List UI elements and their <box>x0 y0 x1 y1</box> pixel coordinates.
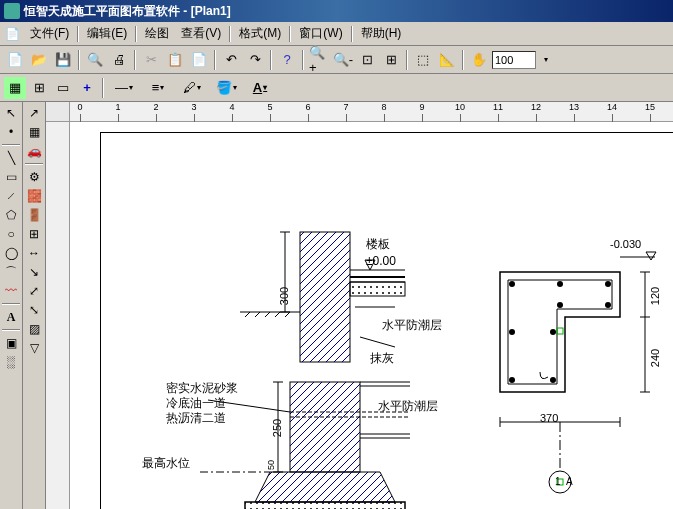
label-hot: 热沥清二道 <box>166 410 226 427</box>
text-tool[interactable]: A <box>1 308 21 326</box>
toolbar-separator <box>78 50 80 70</box>
polyline-tool[interactable]: ⟋ <box>1 187 21 205</box>
preview-button[interactable]: 🔍 <box>84 49 106 71</box>
new-button[interactable]: 📄 <box>4 49 26 71</box>
line-tool[interactable]: ╲ <box>1 149 21 167</box>
menu-view[interactable]: 查看(V) <box>175 23 227 44</box>
svg-point-33 <box>605 281 611 287</box>
leader-tool[interactable]: ↘ <box>24 263 44 281</box>
svg-line-13 <box>285 312 290 317</box>
svg-point-32 <box>557 281 563 287</box>
ortho-button[interactable]: ▭ <box>52 77 74 99</box>
door-tool[interactable]: 🚪 <box>24 206 44 224</box>
paste-button[interactable]: 📄 <box>188 49 210 71</box>
add-button[interactable]: + <box>76 77 98 99</box>
zoom-extents-button[interactable]: ⊞ <box>380 49 402 71</box>
menu-help[interactable]: 帮助(H) <box>355 23 408 44</box>
svg-point-34 <box>605 302 611 308</box>
bubble-a: A <box>566 476 573 487</box>
pattern-tool[interactable]: ▦ <box>24 123 44 141</box>
area-tool[interactable]: ▨ <box>24 320 44 338</box>
label-hdamp2: 水平防潮层 <box>378 398 438 415</box>
scale-tool[interactable]: ⤡ <box>24 301 44 319</box>
window-tool[interactable]: ⊞ <box>24 225 44 243</box>
print-button[interactable]: 🖨 <box>108 49 130 71</box>
svg-rect-2 <box>300 232 350 362</box>
rect-tool[interactable]: ▭ <box>1 168 21 186</box>
dim-neg030: -0.030 <box>610 238 641 250</box>
line-style-dropdown[interactable]: — <box>108 77 140 99</box>
menu-edit[interactable]: 编辑(E) <box>81 23 133 44</box>
drawing-canvas[interactable]: 楼板 ±0.00 水平防潮层 抹灰 密实水泥砂浆 冷底油一道 热沥清二道 水平防… <box>70 122 673 509</box>
ruler-horizontal: 0123456789101112131415 <box>70 102 673 122</box>
snap-button[interactable]: ⊞ <box>28 77 50 99</box>
undo-button[interactable]: ↶ <box>220 49 242 71</box>
svg-point-38 <box>509 377 515 383</box>
svg-point-37 <box>550 329 556 335</box>
object-toolbar: ↗ ▦ 🚗 ⚙ 🧱 🚪 ⊞ ↔ ↘ ⤢ ⤡ ▨ ▽ <box>23 102 46 509</box>
save-button[interactable]: 💾 <box>52 49 74 71</box>
dimension-tool[interactable]: ↔ <box>24 244 44 262</box>
standard-toolbar: 📄 📂 💾 🔍 🖨 ✂ 📋 📄 ↶ ↷ ? 🔍+ 🔍- ⊡ ⊞ ⬚ 📐 ✋ <box>0 46 673 74</box>
curve-tool[interactable]: 〰 <box>1 282 21 300</box>
line-weight-dropdown[interactable]: ≡ <box>142 77 174 99</box>
vehicle-tool[interactable]: 🚗 <box>24 142 44 160</box>
menu-format[interactable]: 格式(M) <box>233 23 287 44</box>
hatch-tool[interactable]: ░ <box>1 353 21 371</box>
region-tool-button[interactable]: ⬚ <box>412 49 434 71</box>
zoom-in-button[interactable]: 🔍+ <box>308 49 330 71</box>
toolbar-separator <box>2 144 20 146</box>
text-color-dropdown[interactable]: A <box>244 77 276 99</box>
svg-point-39 <box>550 377 556 383</box>
point-tool[interactable]: • <box>1 123 21 141</box>
menu-bar: 📄 文件(F) 编辑(E) 绘图 查看(V) 格式(M) 窗口(W) 帮助(H) <box>0 22 673 46</box>
insert-block-tool[interactable]: ▣ <box>1 334 21 352</box>
ellipse-tool[interactable]: ○ <box>1 225 21 243</box>
menu-separator <box>289 26 291 42</box>
toolbar-separator <box>134 50 136 70</box>
select-similar-tool[interactable]: ↗ <box>24 104 44 122</box>
cut-button[interactable]: ✂ <box>140 49 162 71</box>
label-plaster: 抹灰 <box>370 350 394 367</box>
open-button[interactable]: 📂 <box>28 49 50 71</box>
svg-line-10 <box>255 312 260 317</box>
toolbar-separator <box>25 163 43 165</box>
pointer-tool[interactable]: ↖ <box>1 104 21 122</box>
crane-tool[interactable]: ⚙ <box>24 168 44 186</box>
label-waterlevel: 最高水位 <box>142 455 190 472</box>
toolbar-separator <box>2 303 20 305</box>
zoom-dropdown[interactable] <box>538 49 552 71</box>
svg-line-30 <box>360 337 395 347</box>
svg-line-11 <box>265 312 270 317</box>
window-title: 恒智天成施工平面图布置软件 - [Plan1] <box>24 3 231 20</box>
zoom-out-button[interactable]: 🔍- <box>332 49 354 71</box>
arc-tool[interactable]: ⌒ <box>1 263 21 281</box>
wall-tool[interactable]: 🧱 <box>24 187 44 205</box>
zoom-window-button[interactable]: ⊡ <box>356 49 378 71</box>
circle-tool[interactable]: ◯ <box>1 244 21 262</box>
dim-120: 120 <box>649 287 661 305</box>
menu-draw[interactable]: 绘图 <box>139 23 175 44</box>
zoom-input[interactable] <box>492 51 536 69</box>
menu-separator <box>229 26 231 42</box>
grid-button[interactable]: ▦ <box>4 77 26 99</box>
copy-button[interactable]: 📋 <box>164 49 186 71</box>
label-hdamp1: 水平防潮层 <box>382 317 442 334</box>
toolbar-separator <box>406 50 408 70</box>
break-tool[interactable]: ⤢ <box>24 282 44 300</box>
dim-240: 240 <box>649 349 661 367</box>
help-button[interactable]: ? <box>276 49 298 71</box>
menu-window[interactable]: 窗口(W) <box>293 23 348 44</box>
menu-separator <box>135 26 137 42</box>
menu-file[interactable]: 文件(F) <box>24 23 75 44</box>
pan-button[interactable]: ✋ <box>468 49 490 71</box>
elevation-tool[interactable]: ▽ <box>24 339 44 357</box>
canvas-area: 0123456789101112131415 <box>46 102 673 509</box>
fill-color-dropdown[interactable]: 🪣 <box>210 77 242 99</box>
polygon-tool[interactable]: ⬠ <box>1 206 21 224</box>
toolbar-separator <box>102 78 104 98</box>
redo-button[interactable]: ↷ <box>244 49 266 71</box>
line-color-dropdown[interactable]: 🖊 <box>176 77 208 99</box>
draw-toolbar: ↖ • ╲ ▭ ⟋ ⬠ ○ ◯ ⌒ 〰 A ▣ ░ <box>0 102 23 509</box>
measure-button[interactable]: 📐 <box>436 49 458 71</box>
